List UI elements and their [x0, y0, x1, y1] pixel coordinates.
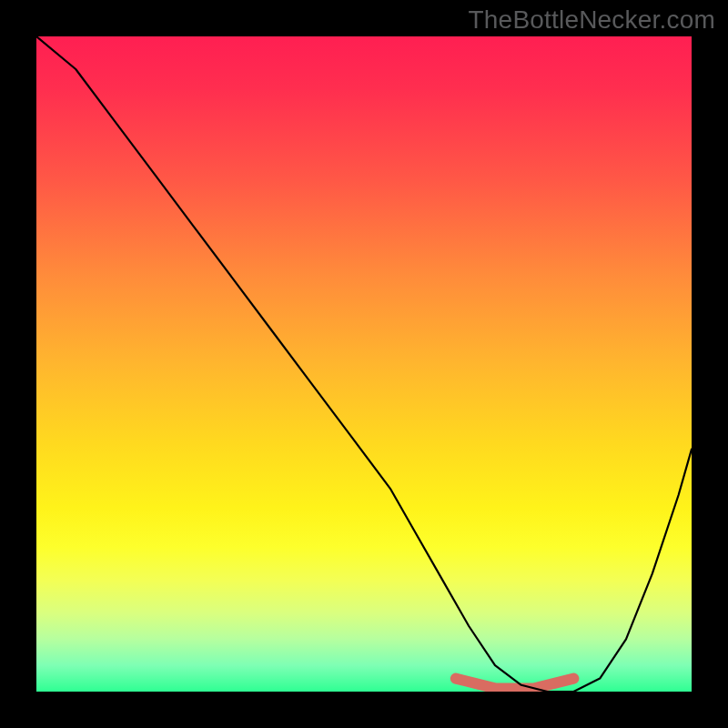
plot-area [36, 36, 692, 692]
curve-svg [36, 36, 692, 692]
chart-container: TheBottleNecker.com [0, 0, 728, 728]
watermark-text: TheBottleNecker.com [469, 5, 715, 35]
bottleneck-curve [36, 36, 692, 692]
